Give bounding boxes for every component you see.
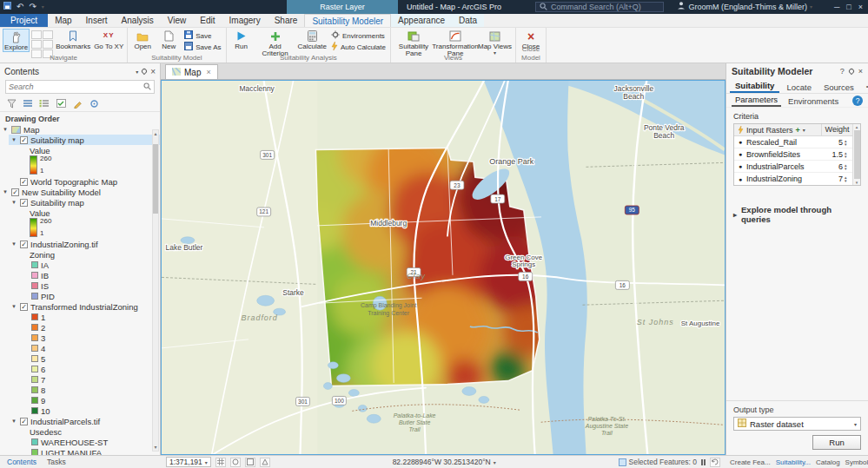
map-scale-dropdown[interactable]: 1:371,191 ▾ — [166, 457, 211, 467]
list-by-source-icon[interactable] — [38, 98, 50, 109]
scrollbar-thumb[interactable] — [153, 144, 158, 214]
list-by-selection-icon[interactable] — [55, 98, 67, 109]
color-ramp[interactable] — [30, 218, 37, 237]
weight-spinner[interactable]: ▴▾ — [845, 139, 851, 146]
legend-swatch[interactable] — [31, 345, 38, 352]
input-rasters-dropdown-icon[interactable]: ▾ — [803, 127, 805, 133]
criteria-row[interactable]: ● IndustrialZoning 7 ▴▾ — [734, 173, 860, 185]
redo-icon[interactable]: ↷ — [29, 1, 36, 13]
legend-swatch[interactable] — [31, 397, 38, 404]
expander-icon[interactable]: ▾ — [2, 126, 9, 133]
maximize-button[interactable]: □ — [846, 0, 851, 14]
tab-project[interactable]: Project — [0, 14, 48, 27]
legend-item[interactable]: 9 — [0, 395, 160, 405]
map-canvas[interactable]: 301 121 23 17 21 16 16 100 301 95 Maccle… — [161, 80, 726, 455]
expander-icon[interactable]: ▾ — [10, 303, 17, 310]
dock-tab-symbology[interactable]: Symbol... — [845, 458, 868, 466]
panel-menu-icon[interactable]: ▾ — [136, 69, 138, 75]
legend-item[interactable]: 4 — [0, 343, 160, 353]
legend-item[interactable]: PID — [0, 291, 160, 301]
open-model-button[interactable]: Open — [130, 29, 155, 50]
legend-swatch[interactable] — [31, 386, 38, 393]
tab-suitability-modeler[interactable]: Suitability Modeler — [304, 14, 391, 27]
add-input-raster-button[interactable]: + — [796, 126, 800, 135]
layer-checkbox[interactable]: ✓ — [20, 136, 28, 144]
weight-spinner[interactable]: ▴▾ — [845, 175, 851, 182]
bookmarks-button[interactable]: Bookmarks — [55, 29, 91, 50]
close-button[interactable]: × — [858, 0, 863, 14]
tab-locate[interactable]: Locate — [781, 82, 817, 93]
layer-checkbox[interactable]: ✓ — [20, 418, 28, 425]
constraints-toggle-icon[interactable] — [245, 458, 255, 467]
pin-icon[interactable] — [847, 68, 854, 75]
explore-queries-expander[interactable]: ▸ Explore model through queries — [733, 205, 861, 224]
contents-search[interactable] — [5, 80, 155, 94]
legend-item[interactable]: 7 — [0, 374, 160, 385]
legend-swatch[interactable] — [31, 334, 38, 341]
legend-item[interactable]: 6 — [0, 364, 160, 374]
explore-button[interactable]: Explore — [3, 29, 30, 52]
map-coordinates-dropdown[interactable]: 82.2288946°W 30.2513420°N ▾ — [393, 458, 496, 466]
tab-analysis[interactable]: Analysis — [115, 14, 161, 27]
pin-icon[interactable] — [141, 68, 148, 75]
save-button[interactable]: Save — [182, 30, 222, 41]
more-tabs-icon[interactable]: ••• — [861, 82, 868, 93]
edit-pencil-icon[interactable] — [71, 98, 83, 109]
legend-swatch[interactable] — [31, 449, 38, 455]
snap-toggle-icon[interactable] — [230, 458, 241, 467]
tree-item-suitability-map[interactable]: ▾ ✓ Suitability map — [9, 135, 160, 145]
output-type-dropdown[interactable]: Raster dataset ▾ — [733, 417, 861, 431]
environments-button[interactable]: Environments — [329, 30, 388, 41]
expander-icon[interactable]: ▾ — [2, 188, 9, 195]
tab-sources[interactable]: Sources — [818, 82, 859, 93]
tree-item-industrial-parcels[interactable]: ▾ ✓ IndustrialParcels.tif — [0, 416, 160, 426]
tree-item-world-topographic[interactable]: ✓ World Topographic Map — [0, 176, 160, 187]
tree-item-map[interactable]: ▾ Map — [0, 124, 160, 135]
legend-item[interactable]: WAREHOUSE-ST — [0, 437, 160, 447]
weight-value[interactable]: 7 — [825, 175, 845, 183]
weight-spinner[interactable]: ▴▾ — [845, 163, 851, 170]
legend-item[interactable]: LIGHT MANUFA — [0, 447, 160, 455]
dock-tab-catalog[interactable]: Catalog — [816, 458, 840, 466]
panel-close-icon[interactable]: × — [150, 67, 156, 76]
legend-item[interactable]: IB — [0, 270, 160, 280]
legend-swatch[interactable] — [31, 313, 38, 320]
legend-color-ramp[interactable]: 2601 — [0, 155, 160, 176]
tab-insert[interactable]: Insert — [79, 14, 115, 27]
legend-item[interactable]: 5 — [0, 353, 160, 364]
go-to-xy-button[interactable]: XY Go To XY — [93, 29, 124, 50]
criteria-row[interactable]: ● IndustrialParcels 6 ▴▾ — [734, 161, 860, 173]
layer-checkbox[interactable]: ✓ — [20, 199, 28, 207]
dock-tab-create-features[interactable]: Create Fea... — [730, 458, 771, 466]
legend-item[interactable]: 8 — [0, 385, 160, 395]
list-by-drawing-order-icon[interactable] — [22, 98, 34, 109]
legend-swatch[interactable] — [31, 293, 38, 300]
weight-spinner[interactable]: ▴▾ — [845, 151, 851, 158]
minimize-button[interactable]: ─ — [834, 0, 839, 14]
contextual-group-raster-layer[interactable]: Raster Layer — [287, 0, 398, 14]
legend-swatch[interactable] — [31, 376, 38, 383]
selected-features-indicator[interactable]: Selected Features: 0 — [619, 458, 697, 466]
scroll-up-icon[interactable]: ▴ — [856, 124, 858, 129]
legend-swatch[interactable] — [31, 261, 38, 268]
fixed-zoom-in-icon[interactable] — [43, 30, 53, 39]
expander-icon[interactable]: ▾ — [10, 136, 17, 143]
calculate-button[interactable]: Calculate — [297, 29, 328, 50]
tab-share[interactable]: Share — [268, 14, 305, 27]
dock-tab-tasks[interactable]: Tasks — [47, 458, 66, 466]
fixed-zoom-out-icon[interactable] — [43, 40, 53, 49]
tab-close-icon[interactable]: × — [206, 68, 210, 76]
command-search[interactable]: Command Search (Alt+Q) — [535, 2, 664, 12]
legend-swatch[interactable] — [31, 282, 38, 289]
legend-swatch[interactable] — [31, 438, 38, 445]
tab-appearance[interactable]: Appearance — [391, 14, 452, 27]
dock-tab-contents[interactable]: Contents — [7, 458, 36, 466]
user-menu[interactable]: GroomM (England-Thims & Miller) ▾ — [677, 0, 812, 14]
snapping-icon[interactable] — [88, 98, 100, 109]
criteria-row[interactable]: ● Rescaled_Rail 5 ▴▾ — [734, 136, 860, 148]
legend-item[interactable]: 10 — [0, 405, 160, 416]
scroll-down-icon[interactable]: ▾ — [154, 444, 156, 451]
layer-checkbox[interactable]: ✓ — [20, 178, 28, 186]
undo-icon[interactable]: ↶ — [17, 1, 23, 13]
tab-view[interactable]: View — [161, 14, 194, 27]
